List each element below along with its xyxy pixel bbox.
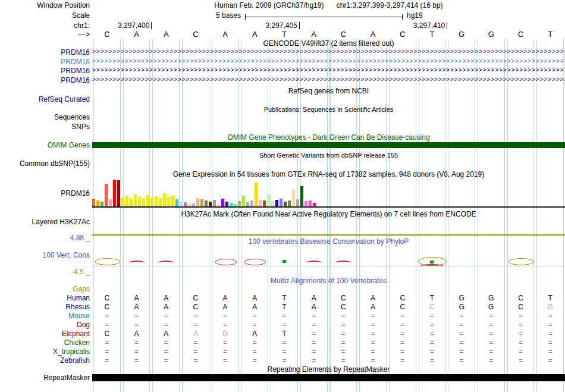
alignment-base bbox=[211, 285, 240, 294]
gtex-tissue-bar[interactable] bbox=[150, 197, 153, 206]
scale-row-label: Scale bbox=[0, 11, 90, 20]
alignment-base: = bbox=[418, 330, 447, 338]
gencode-transcript-arrows[interactable]: >>>>>>>>>>>>>>>>>>>>>>>>>>>>>>>>>>>>>>>>… bbox=[92, 48, 565, 56]
gencode-gene-label[interactable]: PRDM16 bbox=[0, 48, 90, 57]
gtex-tissue-bar[interactable] bbox=[117, 180, 120, 206]
gtex-tissue-bar[interactable] bbox=[209, 202, 212, 206]
multiz-alignment-row[interactable] bbox=[92, 285, 565, 294]
gtex-tissue-bar[interactable] bbox=[121, 197, 124, 206]
gtex-tissue-bar[interactable] bbox=[96, 200, 99, 206]
common-dbsnp-label[interactable]: Common dbSNP(155) bbox=[0, 159, 90, 168]
gtex-tissue-bar[interactable] bbox=[288, 200, 291, 206]
gtex-tissue-bar[interactable] bbox=[221, 199, 224, 206]
gtex-tissue-bar[interactable] bbox=[284, 202, 287, 206]
gtex-tissue-bar[interactable] bbox=[200, 199, 203, 206]
alignment-base: = bbox=[329, 347, 359, 356]
multiz-species-label[interactable]: Elephant bbox=[0, 330, 90, 338]
conservation-track-title: 100 vertebrates Basewise Conservation by… bbox=[92, 237, 565, 246]
gtex-tissue-bar[interactable] bbox=[184, 202, 187, 206]
gtex-expression-chart[interactable] bbox=[92, 178, 317, 206]
gtex-tissue-bar[interactable] bbox=[163, 193, 166, 206]
gtex-tissue-bar[interactable] bbox=[146, 195, 149, 206]
gtex-tissue-bar[interactable] bbox=[167, 197, 170, 206]
alignment-base: = bbox=[240, 312, 269, 321]
multiz-species-label[interactable]: Chicken bbox=[0, 338, 90, 347]
gtex-tissue-bar[interactable] bbox=[92, 199, 95, 206]
gtex-tissue-bar[interactable] bbox=[225, 202, 228, 206]
gencode-transcript-arrows[interactable]: >>>>>>>>>>>>>>>>>>>>>>>>>>>>>>>>>>>>>>>>… bbox=[92, 66, 565, 74]
multiz-species-label[interactable]: X_tropicalis bbox=[0, 347, 90, 356]
gtex-tissue-bar[interactable] bbox=[280, 199, 282, 206]
gtex-tissue-bar[interactable] bbox=[292, 190, 295, 206]
multiz-alignment-row[interactable]: ================ bbox=[92, 321, 565, 330]
layered-h3k27ac-label[interactable]: Layered H3K27Ac bbox=[0, 218, 90, 226]
gencode-gene-label[interactable]: PRDM16 bbox=[0, 58, 90, 66]
multiz-species-label[interactable]: Zebrafish bbox=[0, 356, 90, 365]
gtex-tissue-bar[interactable] bbox=[171, 196, 174, 206]
multiz-alignment-row[interactable]: ================ bbox=[92, 356, 565, 365]
gtex-tissue-bar[interactable] bbox=[113, 180, 116, 206]
gencode-transcript-arrows[interactable]: >>>>>>>>>>>>>>>>>>>>>>>>>>>>>>>>>>>>>>>>… bbox=[92, 57, 565, 65]
window-position-label: Window Position bbox=[0, 1, 90, 10]
gtex-tissue-bar[interactable] bbox=[196, 198, 199, 206]
gtex-tissue-bar[interactable] bbox=[130, 198, 133, 206]
gtex-tissue-bar[interactable] bbox=[213, 200, 216, 206]
alignment-base: = bbox=[151, 338, 181, 347]
gtex-tissue-bar[interactable] bbox=[125, 196, 128, 206]
multiz-species-label[interactable]: Dog bbox=[0, 321, 90, 330]
gtex-tissue-bar[interactable] bbox=[263, 200, 266, 206]
alignment-base: = bbox=[535, 330, 565, 338]
multiz-alignment-row[interactable]: ================ bbox=[92, 338, 565, 347]
gtex-tissue-bar[interactable] bbox=[246, 202, 249, 206]
multiz-alignment-row[interactable]: ================ bbox=[92, 347, 565, 356]
snps-track-label[interactable]: SNPs bbox=[0, 123, 90, 131]
gtex-tissue-bar[interactable] bbox=[238, 201, 241, 206]
gtex-tissue-bar[interactable] bbox=[255, 183, 258, 206]
gtex-tissue-bar[interactable] bbox=[250, 200, 253, 206]
gtex-tissue-bar[interactable] bbox=[180, 201, 183, 206]
multiz-alignment-row[interactable]: ================ bbox=[92, 312, 565, 321]
gencode-gene-label[interactable]: PRDM16 bbox=[0, 67, 90, 75]
gtex-tissue-bar[interactable] bbox=[205, 200, 208, 206]
gtex-tissue-bar[interactable] bbox=[175, 199, 178, 206]
multiz-species-label[interactable]: Rhesus bbox=[0, 303, 90, 312]
gtex-tissue-bar[interactable] bbox=[305, 201, 307, 206]
multiz-alignment-row[interactable]: CAACAATACACCGGCG bbox=[92, 303, 565, 312]
multiz-species-label[interactable]: Gaps bbox=[0, 285, 90, 294]
gtex-tissue-bar[interactable] bbox=[275, 200, 278, 206]
gtex-tissue-bar[interactable] bbox=[296, 199, 299, 206]
gtex-track-title: Gene Expression in 54 tissues from GTEx … bbox=[92, 170, 565, 178]
gtex-gene-label[interactable]: PRDM16 bbox=[0, 189, 90, 197]
alignment-base: T bbox=[418, 294, 447, 303]
multiz-species-label[interactable]: Mouse bbox=[0, 312, 90, 321]
omim-genes-label[interactable]: OMIM Genes bbox=[0, 141, 90, 149]
gtex-tissue-bar[interactable] bbox=[242, 196, 245, 206]
gencode-gene-label[interactable]: PRDM16 bbox=[0, 76, 90, 84]
gtex-tissue-bar[interactable] bbox=[155, 196, 158, 206]
refseq-curated-label[interactable]: RefSeq Curated bbox=[0, 95, 90, 104]
gtex-tissue-bar[interactable] bbox=[159, 198, 162, 206]
conservation-track-label[interactable]: 100 Vert. Cons bbox=[0, 251, 90, 259]
gtex-tissue-bar[interactable] bbox=[309, 200, 312, 206]
gtex-tissue-bar[interactable] bbox=[271, 201, 274, 206]
sequences-track-label[interactable]: Sequences bbox=[0, 113, 90, 121]
alignment-base: = bbox=[269, 356, 299, 365]
alignment-base: G bbox=[476, 294, 506, 303]
gtex-tissue-bar[interactable] bbox=[267, 195, 270, 206]
gtex-tissue-bar[interactable] bbox=[142, 199, 145, 206]
repeatmasker-label[interactable]: RepeatMasker bbox=[0, 374, 90, 382]
gtex-tissue-bar[interactable] bbox=[105, 184, 108, 206]
multiz-alignment-row[interactable]: CAACAATACACTGGCT bbox=[92, 294, 565, 303]
gtex-tissue-bar[interactable] bbox=[138, 197, 141, 206]
gtex-tissue-bar[interactable] bbox=[109, 199, 112, 206]
gtex-tissue-bar[interactable] bbox=[101, 202, 103, 206]
repeatmasker-element-bar[interactable] bbox=[92, 374, 565, 381]
multiz-species-label[interactable]: Human bbox=[0, 294, 90, 303]
gtex-tissue-bar[interactable] bbox=[134, 195, 137, 206]
alignment-base: = bbox=[506, 338, 536, 347]
gtex-tissue-bar[interactable] bbox=[259, 200, 262, 206]
gencode-transcript-arrows[interactable]: >>>>>>>>>>>>>>>>>>>>>>>>>>>>>>>>>>>>>>>>… bbox=[92, 76, 565, 84]
multiz-alignment-row[interactable]: CAAAGAT========= bbox=[92, 330, 565, 338]
gtex-tissue-bar[interactable] bbox=[300, 186, 303, 206]
omim-gene-bar[interactable] bbox=[92, 142, 565, 148]
